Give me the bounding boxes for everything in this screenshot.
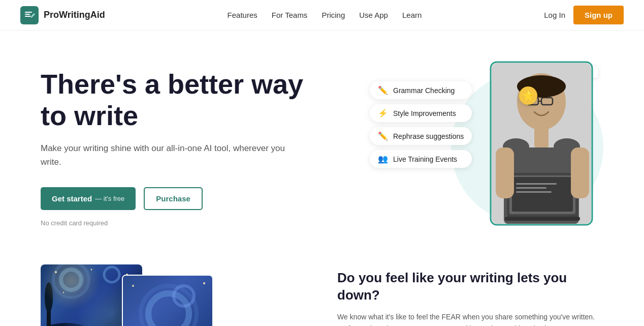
svg-rect-1 (25, 14, 30, 15)
person-illustration (481, 61, 603, 234)
svg-rect-17 (516, 183, 557, 185)
grammar-icon: ✏️ (378, 85, 388, 95)
hero-left: There's a better way to write Make your … (41, 68, 305, 227)
lower-title: Do you feel like your writing lets you d… (337, 270, 603, 304)
lower-text: We know what it's like to feel the FEAR … (337, 311, 603, 326)
svg-point-24 (53, 264, 89, 298)
hero-subtitle: Make your writing shine with our all-in-… (41, 141, 305, 169)
lower-section: My idea in my head Do you feel like your… (0, 254, 644, 326)
svg-point-38 (132, 285, 134, 287)
nav-link-pricing[interactable]: Pricing (321, 11, 345, 19)
svg-point-31 (41, 323, 102, 326)
nav-item-pricing[interactable]: Pricing (321, 11, 345, 20)
svg-rect-33 (47, 300, 51, 326)
image-front (122, 275, 213, 326)
svg-point-35 (148, 293, 189, 326)
style-icon: ⚡ (378, 108, 388, 118)
training-icon: 👥 (378, 154, 388, 164)
purchase-button[interactable]: Purchase (144, 187, 203, 210)
nav-item-learn[interactable]: Learn (402, 11, 422, 20)
nav-item-features[interactable]: Features (228, 11, 257, 20)
nav-link-for-teams[interactable]: For Teams (272, 11, 308, 19)
nav-link-features[interactable]: Features (228, 11, 257, 19)
nav-item-use-app[interactable]: Use App (359, 11, 388, 20)
get-started-button[interactable]: Get started — it's free (41, 187, 136, 210)
get-started-free-text: — it's free (95, 195, 124, 202)
pill-training-label: Live Training Events (393, 155, 457, 163)
blue-card-image (123, 276, 212, 326)
nav-actions: Log In Sign up (544, 6, 624, 24)
brand-name: ProWritingAid (44, 10, 105, 20)
feature-pills: ✏️ Grammar Checking ⚡ Style Improvements… (370, 81, 472, 168)
svg-point-25 (104, 267, 119, 282)
image-stack: My idea in my head (41, 264, 213, 326)
pill-rephrase: ✏️ Rephrase suggestions (370, 127, 472, 145)
svg-rect-0 (25, 12, 32, 13)
lower-left: My idea in my head (41, 264, 307, 326)
nav-links: Features For Teams Pricing Use App Learn (228, 11, 422, 20)
login-button[interactable]: Log In (544, 11, 565, 19)
signup-button[interactable]: Sign up (573, 6, 624, 24)
svg-point-39 (203, 282, 205, 284)
svg-point-34 (45, 282, 53, 313)
hero-right: ...and more! ✏️ Grammar Checking ⚡ Style… (370, 61, 603, 234)
hero-title: There's a better way to write (41, 68, 305, 131)
hero-section: There's a better way to write Make your … (0, 31, 644, 254)
pill-training: 👥 Live Training Events (370, 150, 472, 168)
svg-point-23 (61, 270, 81, 290)
svg-point-29 (63, 292, 65, 293)
no-credit-card-text: No credit card required (41, 219, 305, 227)
svg-rect-18 (516, 187, 546, 189)
pill-grammar-label: Grammar Checking (393, 86, 455, 95)
pill-rephrase-label: Rephrase suggestions (393, 132, 464, 140)
svg-point-26 (55, 271, 57, 273)
svg-rect-19 (516, 191, 552, 193)
hero-illustration: ...and more! ✏️ Grammar Checking ⚡ Style… (370, 61, 603, 234)
pill-grammar: ✏️ Grammar Checking (370, 81, 472, 99)
logo-icon (20, 6, 39, 24)
hero-buttons: Get started — it's free Purchase (41, 187, 305, 210)
svg-rect-16 (512, 177, 573, 212)
svg-rect-21 (496, 147, 514, 198)
svg-rect-20 (505, 217, 580, 221)
navbar: ProWritingAid Features For Teams Pricing… (0, 0, 644, 31)
svg-rect-2 (25, 16, 31, 17)
nav-link-learn[interactable]: Learn (402, 11, 422, 19)
pill-style-label: Style Improvements (393, 109, 456, 117)
nav-link-use-app[interactable]: Use App (359, 11, 388, 19)
star-badge: ⭐ (519, 86, 537, 105)
svg-rect-22 (571, 147, 589, 198)
svg-point-27 (91, 269, 92, 271)
get-started-label: Get started (52, 194, 92, 203)
svg-rect-13 (534, 127, 549, 147)
pill-style: ⚡ Style Improvements (370, 104, 472, 122)
lower-right: Do you feel like your writing lets you d… (337, 264, 603, 326)
brand-logo[interactable]: ProWritingAid (20, 6, 105, 24)
nav-item-for-teams[interactable]: For Teams (272, 11, 308, 20)
rephrase-icon: ✏️ (378, 131, 388, 141)
